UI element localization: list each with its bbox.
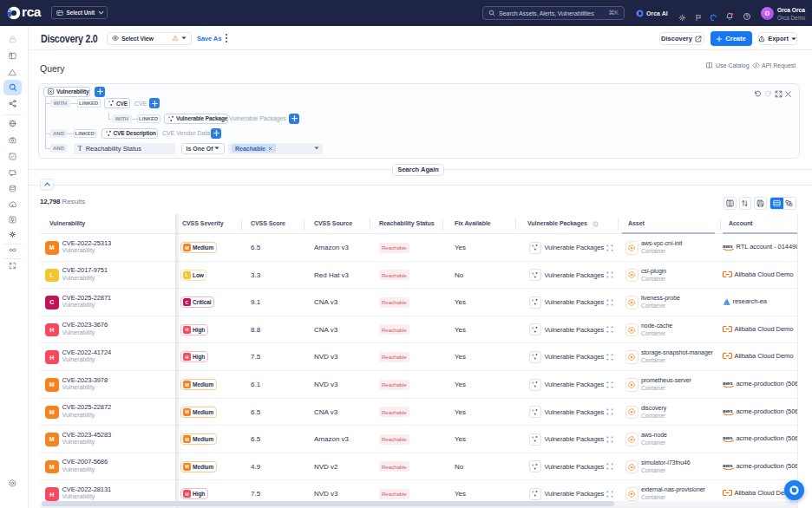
svg-text:aws: aws — [723, 407, 733, 414]
svg-text:aws: aws — [723, 380, 733, 386]
svg-text:aws: aws — [723, 462, 733, 468]
svg-text:aws: aws — [723, 434, 733, 440]
svg-text:aws: aws — [723, 243, 733, 249]
